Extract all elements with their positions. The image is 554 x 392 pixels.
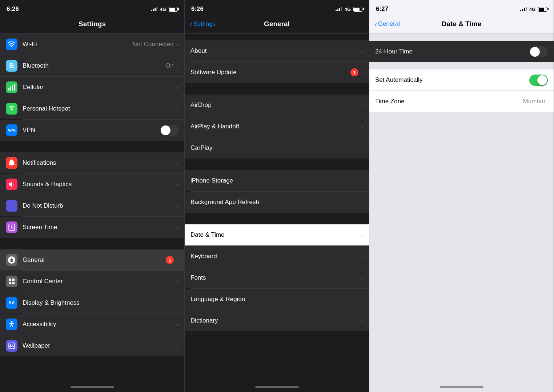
section-gap xyxy=(0,141,184,152)
vpn-icon: VPN xyxy=(6,124,17,136)
24hour-toggle[interactable] xyxy=(529,46,548,57)
settings-row-cellular[interactable]: Cellular › xyxy=(0,77,184,98)
vpn-toggle[interactable] xyxy=(160,125,178,136)
status-icons-3: 4G .panel-3 .battery-icon::after { backg… xyxy=(520,7,547,12)
settings-row-airdrop[interactable]: AirDrop › xyxy=(185,95,369,116)
bluetooth-label: Bluetooth xyxy=(23,62,165,69)
timezone-value: Mumbai xyxy=(523,98,545,105)
settings-row-vpn[interactable]: VPN VPN xyxy=(0,120,184,141)
back-chevron-3: ‹ xyxy=(374,20,377,28)
settings-row-hotspot[interactable]: Personal Hotspot › xyxy=(0,98,184,119)
settings-row-wallpaper[interactable]: Wallpaper › xyxy=(0,335,184,356)
sounds-chevron: › xyxy=(177,181,178,188)
svg-rect-9 xyxy=(12,282,15,284)
lte-label-1: 4G xyxy=(160,7,166,12)
settings-row-timezone[interactable]: Time Zone Mumbai xyxy=(369,91,554,112)
accessibility-chevron: › xyxy=(177,321,178,328)
home-bar-3 xyxy=(440,386,483,388)
page-title-2: General xyxy=(264,20,290,28)
settings-row-bgrefresh[interactable]: Background App Refresh › xyxy=(185,192,369,213)
about-chevron: › xyxy=(361,48,363,54)
back-button-2[interactable]: ‹ Settings xyxy=(190,20,216,28)
bgrefresh-label: Background App Refresh xyxy=(190,199,361,206)
settings-row-accessibility[interactable]: Accessibility › xyxy=(0,314,184,335)
settings-row-keyboard[interactable]: Keyboard › xyxy=(185,246,369,267)
airdrop-chevron: › xyxy=(361,102,363,108)
setauto-toggle[interactable] xyxy=(529,75,548,86)
settings-row-airplay[interactable]: AirPlay & Handoff › xyxy=(185,116,369,137)
status-icons-2: 4G xyxy=(336,7,362,12)
settings-row-24hour[interactable]: 24-Hour Time xyxy=(369,41,554,62)
settings-row-setauto[interactable]: Set Automatically xyxy=(369,69,554,91)
accessibility-label: Accessibility xyxy=(23,321,177,328)
airplay-label: AirPlay & Handoff xyxy=(190,123,361,130)
back-label-2: Settings xyxy=(193,20,216,28)
section-gap xyxy=(0,238,184,249)
general-chevron: › xyxy=(177,257,178,263)
settings-row-about[interactable]: About › xyxy=(185,40,369,61)
general-badge: 1 xyxy=(166,256,174,264)
display-label: Display & Brightness xyxy=(23,299,177,307)
dnd-label: Do Not Disturb xyxy=(23,202,177,209)
lte-label-2: 4G xyxy=(345,7,351,12)
storage-chevron: › xyxy=(361,178,363,184)
settings-row-language[interactable]: Language & Region › xyxy=(185,289,369,310)
settings-row-bluetooth[interactable]: B Bluetooth On › xyxy=(0,55,184,76)
timezone-label: Time Zone xyxy=(375,98,523,105)
bgrefresh-chevron: › xyxy=(361,199,363,205)
back-button-3[interactable]: ‹ General xyxy=(374,20,400,28)
wallpaper-chevron: › xyxy=(177,343,178,349)
signal-icon-1 xyxy=(151,7,157,11)
settings-row-notifications[interactable]: Notifications › xyxy=(0,152,184,173)
lte-label-3: 4G xyxy=(529,7,535,12)
page-title-3: Date & Time xyxy=(442,20,481,28)
screentime-chevron: › xyxy=(177,224,178,231)
settings-row-storage[interactable]: iPhone Storage › xyxy=(185,170,369,191)
storage-label: iPhone Storage xyxy=(190,177,361,184)
section-gap xyxy=(185,159,369,170)
settings-panel: 6:26 4G Settings Wi-Fi Not Connected xyxy=(0,0,185,392)
svg-rect-1 xyxy=(10,87,11,91)
settings-row-softwareupdate[interactable]: Software Update 1 › xyxy=(185,62,369,83)
wifi-value: Not Connected xyxy=(133,41,174,48)
dnd-chevron: › xyxy=(177,203,178,209)
status-bar-2: 6:26 4G xyxy=(185,0,369,16)
nav-bar-3: ‹ General Date & Time xyxy=(369,16,554,33)
time-1: 6:26 xyxy=(7,5,19,13)
settings-row-general[interactable]: General 1 › xyxy=(0,249,184,271)
dictionary-label: Dictionary xyxy=(190,317,361,324)
settings-row-dnd[interactable]: Do Not Disturb › xyxy=(0,195,184,216)
svg-rect-3 xyxy=(14,84,15,91)
settings-row-datetime[interactable]: Date & Time › xyxy=(185,224,369,245)
settings-row-controlcenter[interactable]: Control Center › xyxy=(0,271,184,292)
settings-row-sounds[interactable]: Sounds & Haptics › xyxy=(0,174,184,195)
time-3: 6:27 xyxy=(376,5,388,13)
general-label: General xyxy=(23,256,166,264)
general-icon xyxy=(6,254,17,266)
cellular-chevron: › xyxy=(177,84,178,91)
setauto-label: Set Automatically xyxy=(375,76,529,84)
settings-row-display[interactable]: AA Display & Brightness › xyxy=(0,292,184,313)
battery-icon-3: .panel-3 .battery-icon::after { backgrou… xyxy=(538,7,547,12)
status-bar-3: 6:27 4G .panel-3 .battery-icon::after { … xyxy=(369,0,554,16)
settings-row-fonts[interactable]: Fonts › xyxy=(185,267,369,288)
cellular-label: Cellular xyxy=(23,84,177,91)
home-indicator-1 xyxy=(0,383,184,392)
sounds-label: Sounds & Haptics xyxy=(23,181,177,188)
battery-icon-1 xyxy=(169,7,178,12)
settings-row-wifi[interactable]: Wi-Fi Not Connected › xyxy=(0,34,184,55)
svg-point-4 xyxy=(11,109,13,111)
settings-row-carplay[interactable]: CarPlay › xyxy=(185,137,369,159)
settings-row-dictionary[interactable]: Dictionary › xyxy=(185,310,369,331)
bluetooth-chevron: › xyxy=(177,63,178,69)
cellular-icon xyxy=(6,81,17,93)
settings-row-screentime[interactable]: Screen Time › xyxy=(0,217,184,238)
general-list: About › Software Update 1 › AirDrop › Ai… xyxy=(185,34,369,383)
general-panel: 6:26 4G ‹ Settings General About › xyxy=(185,0,369,392)
controlcenter-label: Control Center xyxy=(23,278,177,285)
fonts-chevron: › xyxy=(361,275,363,281)
signal-icon-3 xyxy=(520,7,527,11)
wallpaper-label: Wallpaper xyxy=(23,342,177,349)
wifi-label: Wi-Fi xyxy=(23,41,133,48)
home-indicator-3 xyxy=(369,383,554,392)
